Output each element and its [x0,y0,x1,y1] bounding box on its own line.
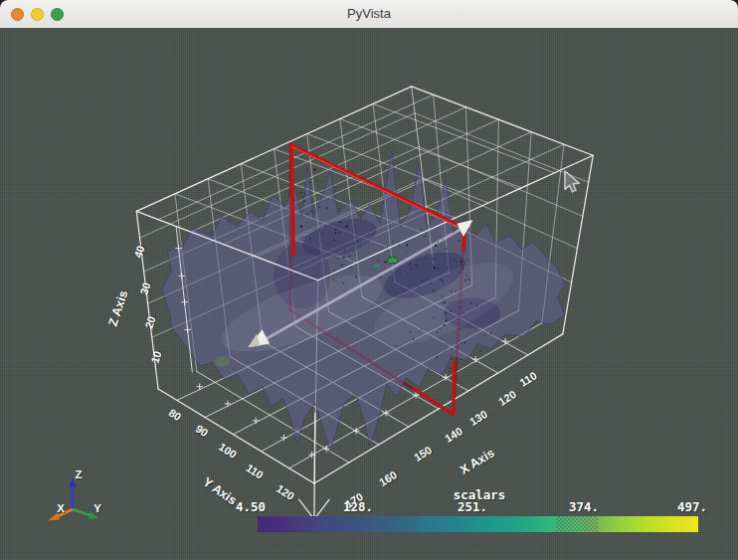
mouse-cursor [563,170,581,196]
pyvista-window: PyVista 10 20 [0,0,738,560]
scalar-bar-dither [556,516,598,532]
orientation-z-label: Z [75,468,82,480]
scalar-bar-label: 128. [343,499,373,514]
scalar-bar [258,516,698,532]
z-axis-arrow [69,477,76,509]
orientation-x-label: X [57,502,65,514]
scalar-bar-dither [287,516,417,532]
green-isosurface-blob [374,265,380,269]
green-isosurface-blob [215,356,230,366]
render-viewport[interactable]: 10 20 30 40 Z Axis 80 90 100 110 120 Y A… [0,28,738,560]
title-bar[interactable]: PyVista [0,0,738,29]
green-isosurface-blob [388,257,398,264]
scalar-bar-label: 497. [677,499,707,514]
scalar-bar-label: 4.50 [236,499,266,514]
orientation-y-label: Y [93,502,101,514]
scalar-bar-label: 374. [569,499,599,514]
window-title: PyVista [0,0,738,28]
scalar-bar-label: 251. [458,499,487,514]
